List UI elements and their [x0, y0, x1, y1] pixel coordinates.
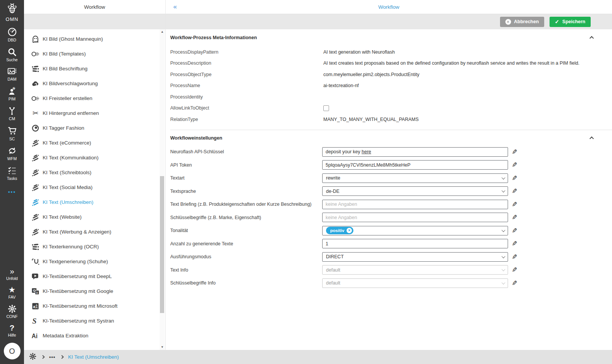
nodes-icon — [30, 243, 41, 251]
edit-pencil-icon[interactable]: ✎ — [512, 187, 517, 195]
sidebar-item-dbd[interactable]: DBD — [0, 27, 24, 42]
workflow-item[interactable]: aAKI-Textübersetzung mit Microsoft — [24, 299, 165, 313]
search-icon — [7, 47, 17, 57]
remove-tag-icon[interactable]: × — [347, 228, 352, 233]
collapse-panel-icon[interactable]: « — [173, 3, 177, 11]
workflow-item[interactable]: KI Text (Social Media) — [24, 180, 165, 195]
scroll-up-icon[interactable]: ▲ — [161, 29, 164, 35]
svg-text:a: a — [36, 291, 38, 294]
meta-row: ProcessObjectType com.meylemueller.pim2.… — [170, 69, 612, 80]
edit-pencil-icon[interactable]: ✎ — [512, 174, 517, 182]
workflow-item[interactable]: KI Bild (Ghost Mannequin) — [24, 32, 165, 46]
sidebar-item-suche[interactable]: Suche — [0, 47, 24, 62]
sidebar-more-dots-icon[interactable]: ••• — [8, 189, 16, 195]
workflow-item[interactable]: GaKI-Textübersetzung mit Google — [24, 284, 165, 299]
workflow-item[interactable]: KI Texterkennung (OCR) — [24, 239, 165, 254]
scrollbar-track[interactable] — [160, 35, 165, 345]
meta-row: ProcessName ai-textcreation-nf — [170, 80, 612, 92]
checklist-icon — [7, 166, 17, 175]
textart-select[interactable]: rewrite — [322, 173, 508, 183]
breadcrumb-ellipsis[interactable]: ••• — [49, 354, 56, 360]
edit-pencil-icon[interactable]: ✎ — [512, 161, 517, 169]
workflow-item[interactable]: KI Bild Beschriftung — [24, 61, 165, 76]
pen-strokes-icon — [30, 198, 41, 207]
question-icon: ? — [10, 324, 14, 332]
collapse-section-icon[interactable] — [590, 136, 594, 140]
edit-pencil-icon[interactable]: ✎ — [512, 213, 517, 221]
workflow-item[interactable]: KI Text (Website) — [24, 210, 165, 224]
schluesselbegriffe-info-select: default — [322, 278, 508, 288]
svg-text:a: a — [33, 305, 35, 309]
workflow-item[interactable]: ✂KI Hintergrund entfernen — [24, 106, 165, 121]
detail-panel: « Workflow × Abbrechen ✓ Speichern Workf… — [166, 0, 612, 350]
tonalitaet-select[interactable]: positiv× — [322, 226, 508, 235]
edit-pencil-icon[interactable]: ✎ — [512, 266, 517, 274]
anzahl-input[interactable] — [322, 239, 508, 248]
api-token-input[interactable] — [322, 160, 508, 170]
workflow-item[interactable]: KI Text (Schreibtools) — [24, 165, 165, 180]
meta-rows: ProcessDisplayPattern AI text generation… — [170, 46, 612, 125]
edit-pencil-icon[interactable]: ✎ — [512, 227, 517, 235]
nodes-icon — [30, 65, 41, 73]
pen-strokes-icon — [30, 228, 41, 236]
form-row-ausfuehrungsmodus: Ausführungsmodus DIRECT ✎ — [170, 252, 612, 262]
api-key-input[interactable]: deposit your key here — [322, 147, 508, 157]
settings-section-header: Workfloweinstellungen — [170, 135, 612, 141]
scroll-down-icon[interactable]: ▼ — [161, 345, 164, 350]
meta-row: ProcessDescription AI text creates text … — [170, 58, 612, 69]
sidebar-item-dam[interactable]: DAM — [0, 67, 24, 81]
workflow-item[interactable]: KI Text (eCommerce) — [24, 135, 165, 150]
scissors-icon: ✂ — [30, 109, 41, 118]
workflow-item[interactable]: KI Text (Kommunikation) — [24, 150, 165, 165]
chevron-down-icon — [502, 281, 505, 285]
cloud-icon — [30, 79, 41, 88]
ausfuehrungsmodus-select[interactable]: DIRECT — [322, 252, 508, 262]
sidebar-item-unfold[interactable]: » Unfold — [0, 267, 24, 281]
workflow-item-selected[interactable]: KI Text (Umschreiben) — [24, 195, 165, 210]
sidebar-item-sc[interactable]: SC — [0, 126, 24, 141]
workflow-item[interactable]: KI Text (Werbung & Anzeigen) — [24, 224, 165, 239]
breadcrumb-current[interactable]: KI Text (Umschreiben) — [68, 354, 119, 360]
workflow-item[interactable]: SKI-Textübersetzung mit Systran — [24, 313, 165, 328]
image-icon — [7, 67, 17, 76]
google-translate-icon: Ga — [30, 287, 41, 296]
sidebar-item-conf[interactable]: CONF — [0, 304, 24, 319]
edit-pencil-icon[interactable]: ✎ — [512, 253, 517, 261]
workflow-item[interactable]: KI Bild (Templates) — [24, 46, 165, 61]
workflow-item[interactable]: KI-Textübersetzung mit DeepL — [24, 269, 165, 284]
workflow-item[interactable]: KI Textgenerierung (Schuhe) — [24, 254, 165, 269]
edit-pencil-icon[interactable]: ✎ — [512, 200, 517, 208]
save-button[interactable]: ✓ Speichern — [550, 17, 591, 27]
cancel-button[interactable]: × Abbrechen — [500, 17, 544, 27]
workflow-item[interactable]: KI Bildverschlagwortung — [24, 76, 165, 91]
omn-logo[interactable]: OMN — [6, 2, 18, 22]
sidebar-item-fav[interactable]: ★ FAV — [0, 286, 24, 299]
allowlinktoobject-checkbox[interactable] — [323, 105, 329, 111]
api-key-link[interactable]: here — [362, 149, 371, 154]
edit-pencil-icon[interactable]: ✎ — [512, 148, 517, 156]
edit-pencil-icon[interactable]: ✎ — [512, 279, 517, 287]
chevron-down-icon — [502, 189, 505, 192]
user-avatar[interactable]: O — [4, 343, 21, 359]
chevron-right-icon — [60, 355, 64, 359]
workflow-item[interactable]: KI Freisteller erstellen — [24, 91, 165, 106]
sidebar-item-wfm[interactable]: WFM — [0, 146, 24, 161]
collapse-section-icon[interactable] — [590, 36, 594, 40]
sidebar-item-hilfe[interactable]: ? Hilfe — [0, 324, 24, 337]
sidebar-item-cm[interactable]: CM — [0, 106, 24, 121]
omn-logo-label: OMN — [6, 16, 18, 22]
workflow-item[interactable]: AiMetadata Extraktion — [24, 328, 165, 343]
systran-icon: S — [30, 317, 41, 325]
meta-row: RelationType MANY_TO_MANY_WITH_EQUAL_PAR… — [170, 114, 612, 125]
edit-pencil-icon[interactable]: ✎ — [512, 240, 517, 248]
process-gear-icon[interactable] — [29, 353, 37, 362]
textsprache-select[interactable]: de-DE — [322, 186, 508, 196]
schluesselbegriffe-input[interactable] — [322, 213, 508, 222]
text-briefing-input[interactable] — [322, 200, 508, 209]
scrollbar-thumb[interactable] — [160, 176, 164, 313]
cart-icon — [7, 126, 17, 136]
sidebar-item-tasks[interactable]: Tasks — [0, 166, 24, 181]
sidebar-item-pim[interactable]: P PIM — [0, 86, 24, 101]
workflow-item[interactable]: KI Tagger Fashion — [24, 121, 165, 135]
settings-section-title: Workfloweinstellungen — [170, 135, 222, 141]
